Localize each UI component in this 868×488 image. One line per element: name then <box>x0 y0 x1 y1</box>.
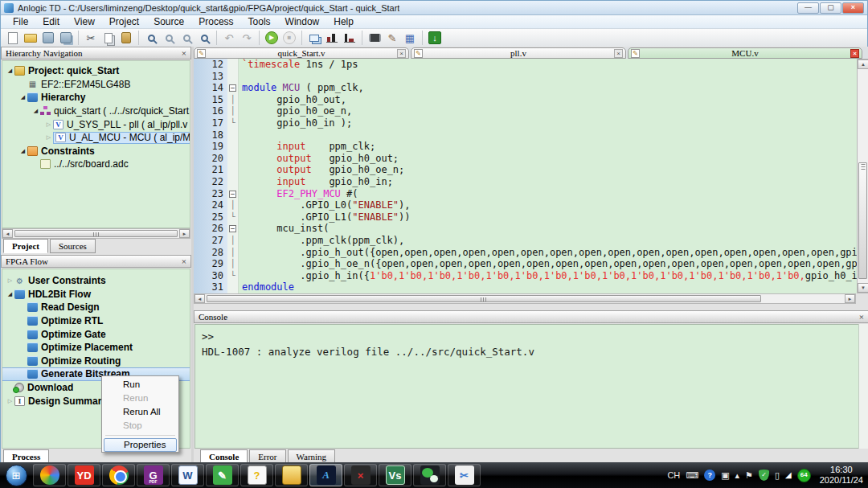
tree-collapse-icon[interactable]: ◢ <box>18 94 27 100</box>
tree-item-u-al-mcu-mcu-al-ip-mcu-v[interactable]: ▷VU_AL_MCU - MCU ( al_ip/MCU.v <box>2 131 190 145</box>
code-line[interactable]: 29│ .gpio_h_oe_n({open,open,open,open,op… <box>194 258 868 270</box>
close-icon[interactable]: × <box>614 49 623 58</box>
fold-collapse-icon[interactable]: − <box>229 84 236 92</box>
code-line[interactable]: 23− EF2_PHY_MCU #( <box>194 188 868 200</box>
app-snipping-tool[interactable]: ✂ <box>448 464 481 486</box>
fpga-flow-titlebar[interactable]: FPGA Flow × <box>1 255 191 268</box>
fold-collapse-icon[interactable]: − <box>229 225 236 232</box>
menu-item-rerun-all[interactable]: Rerun All <box>102 405 178 419</box>
app-notes[interactable]: ✎ <box>206 464 239 486</box>
save-all-button[interactable] <box>57 30 75 46</box>
undo-button[interactable]: ↶ <box>220 30 238 46</box>
copy-button[interactable] <box>100 30 117 46</box>
app-youdao[interactable]: YD <box>68 464 100 486</box>
editor-tab-quick-start-v[interactable]: ✎quick_Start.v× <box>194 47 409 59</box>
code-line[interactable]: 31endmodule <box>194 281 868 293</box>
scroll-right-icon[interactable]: ► <box>845 294 855 303</box>
tree-item-ef2-ef2m45lg48b[interactable]: ▦EF2::EF2M45LG48B <box>2 78 190 92</box>
display-icon[interactable]: ▣ <box>721 471 729 480</box>
flow-item-hdl2bit-flow[interactable]: ◢HDL2Bit Flow <box>2 288 190 301</box>
editor-tab-pll-v[interactable]: ✎pll.v× <box>411 47 626 59</box>
open-file-button[interactable] <box>22 30 39 46</box>
console-titlebar[interactable]: Console × <box>194 310 868 323</box>
menu-item-run[interactable]: Run <box>102 378 178 392</box>
find-prev-button[interactable] <box>178 30 195 46</box>
app-browser-360[interactable] <box>33 464 66 486</box>
help-badge-icon[interactable]: ? <box>704 470 715 481</box>
close-button[interactable]: × <box>842 2 864 14</box>
menu-window[interactable]: Window <box>278 15 327 28</box>
tree-item-hierarchy[interactable]: ◢Hierarchy <box>2 91 190 105</box>
hidden-icons-arrow[interactable]: ▴ <box>735 471 740 480</box>
scroll-up-icon[interactable]: ▲ <box>858 59 868 69</box>
redo-button[interactable]: ↷ <box>238 30 256 46</box>
code-line[interactable]: 13 <box>194 71 868 83</box>
close-icon[interactable]: × <box>850 49 859 58</box>
antivirus-shield-icon[interactable]: ✓ <box>759 470 769 481</box>
console-output[interactable]: >>HDL-1007 : analyze verilog file ../../… <box>194 324 868 449</box>
flow-item-user-constraints[interactable]: ▷⚙User Constraints <box>2 274 190 288</box>
device-icon[interactable]: ▯ <box>775 471 780 480</box>
tree-expand-icon[interactable]: ▷ <box>6 398 14 404</box>
scroll-left-icon[interactable]: ◄ <box>194 294 205 303</box>
tree-item-u-sys-pll-pll-al-ip-pll-v[interactable]: ▷VU_SYS_PLL - pll ( al_ip/pll.v ) <box>2 117 190 131</box>
tab-project[interactable]: Project <box>3 239 48 253</box>
code-line[interactable]: 18 <box>194 129 868 141</box>
scroll-down-icon[interactable]: ▼ <box>858 283 868 293</box>
scroll-thumb[interactable] <box>207 295 761 302</box>
maximize-button[interactable]: ▢ <box>820 2 841 14</box>
scroll-right-icon[interactable]: ► <box>179 229 190 238</box>
flow-item-optimize-placement[interactable]: Optimize Placement <box>2 341 190 355</box>
app-help-doc[interactable]: ? <box>240 464 273 486</box>
fold-marker[interactable]: − <box>227 188 239 200</box>
close-icon[interactable]: × <box>397 49 406 58</box>
fold-collapse-icon[interactable]: − <box>229 191 236 198</box>
find-next-button[interactable] <box>160 30 178 46</box>
tree-item-project-quick-start[interactable]: ◢Project: quick_Start <box>2 64 190 78</box>
code-line[interactable]: 21 output gpio_h0_oe_n; <box>194 164 868 176</box>
area-chart-button[interactable] <box>323 30 341 46</box>
close-icon[interactable]: × <box>182 49 186 57</box>
tree-item-quick-start-src-quick-start-v[interactable]: ◢quick_start ( ../../src/quick_Start.v ) <box>2 105 190 118</box>
flow-item-read-design[interactable]: Read Design <box>2 301 190 314</box>
timing-grid-button[interactable]: ▦ <box>401 30 419 46</box>
menu-item-properties[interactable]: Properties <box>104 438 177 452</box>
code-line[interactable]: 26− mcu_inst( <box>194 223 868 235</box>
code-line[interactable]: 28│ .gpio_h_out({open,open,open,open,ope… <box>194 247 868 259</box>
menu-edit[interactable]: Edit <box>35 15 67 28</box>
scroll-left-icon[interactable]: ◄ <box>2 229 13 238</box>
flow-item-optimize-gate[interactable]: Optimize Gate <box>2 327 190 341</box>
paste-button[interactable] <box>117 30 135 46</box>
close-icon[interactable]: × <box>182 257 186 265</box>
action-center-flag-icon[interactable]: ⚑ <box>745 471 753 480</box>
app-anlogic-td[interactable]: A <box>309 464 342 486</box>
tree-collapse-icon[interactable]: ◢ <box>6 291 14 297</box>
code-line[interactable]: 24│ .GPIO_L0("ENABLE"), <box>194 199 868 211</box>
new-file-button[interactable] <box>4 30 22 46</box>
code-line[interactable]: 14−module MCU ( ppm_clk, <box>194 82 868 94</box>
stop-button[interactable]: ■ <box>280 30 298 46</box>
app-word[interactable]: W <box>171 464 204 486</box>
console-vscrollbar[interactable] <box>858 324 868 449</box>
code-line[interactable]: 16│ gpio_h0_oe_n, <box>194 105 868 117</box>
app-gaaiho-pdf[interactable]: GPDF <box>137 464 170 486</box>
edit-line-button[interactable]: ✎ <box>383 30 401 46</box>
editor-vscrollbar[interactable]: ▲ ▼ <box>857 59 868 293</box>
app-wechat[interactable] <box>413 464 446 486</box>
bar-chart-button[interactable] <box>341 30 358 46</box>
code-line[interactable]: 22 input gpio_h0_in; <box>194 176 868 188</box>
tree-collapse-icon[interactable]: ◢ <box>31 108 40 114</box>
start-button[interactable]: ⊞ <box>2 464 30 486</box>
menu-project[interactable]: Project <box>102 15 146 28</box>
menu-process[interactable]: Process <box>191 15 240 28</box>
app-chrome[interactable] <box>102 464 135 486</box>
fold-marker[interactable]: − <box>227 223 239 235</box>
tree-expand-icon[interactable]: ▷ <box>44 121 53 128</box>
fold-marker[interactable]: − <box>227 82 239 94</box>
save-button[interactable] <box>39 30 57 46</box>
menu-file[interactable]: File <box>6 15 35 28</box>
taskbar-clock[interactable]: 16:30 2020/11/24 <box>820 465 863 486</box>
replace-button[interactable] <box>195 30 213 46</box>
tree-collapse-icon[interactable]: ◢ <box>18 148 27 154</box>
tree-item-src-board-adc[interactable]: ../../src/board.adc <box>2 158 190 171</box>
